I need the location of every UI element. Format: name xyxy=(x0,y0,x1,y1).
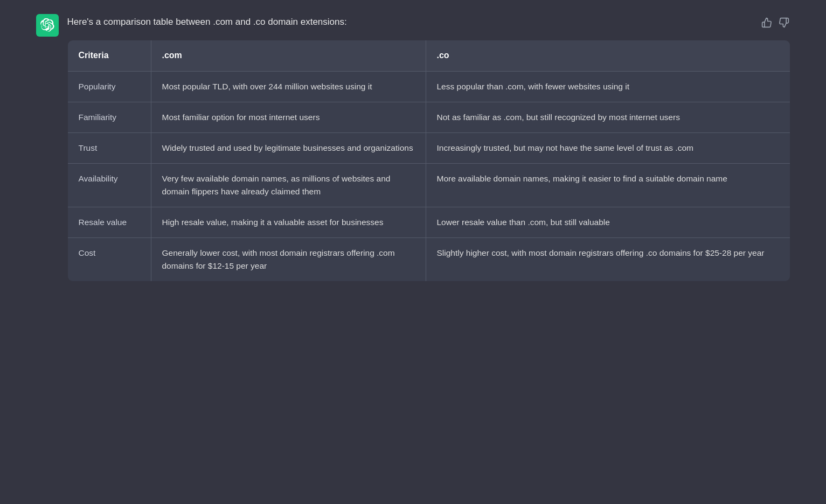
cell-com: Most familiar option for most internet u… xyxy=(151,102,426,132)
table-row: AvailabilityVery few available domain na… xyxy=(67,163,790,207)
cell-com: Most popular TLD, with over 244 million … xyxy=(151,71,426,102)
cell-criteria: Familiarity xyxy=(67,102,151,132)
cell-criteria: Resale value xyxy=(67,207,151,237)
header-com: .com xyxy=(151,40,426,72)
cell-co: Lower resale value than .com, but still … xyxy=(426,207,790,237)
cell-com: High resale value, making it a valuable … xyxy=(151,207,426,237)
table-row: FamiliarityMost familiar option for most… xyxy=(67,102,790,132)
thumbdown-icon xyxy=(779,17,789,28)
table-row: TrustWidely trusted and used by legitima… xyxy=(67,132,790,163)
feedback-buttons xyxy=(760,16,790,29)
thumbs-up-button[interactable] xyxy=(760,16,773,29)
cell-co: More available domain names, making it e… xyxy=(426,163,790,207)
cell-co: Increasingly trusted, but may not have t… xyxy=(426,132,790,163)
header-co: .co xyxy=(426,40,790,72)
chatgpt-avatar xyxy=(36,14,59,37)
cell-co: Not as familiar as .com, but still recog… xyxy=(426,102,790,132)
cell-criteria: Popularity xyxy=(67,71,151,102)
table-row: Resale valueHigh resale value, making it… xyxy=(67,207,790,237)
cell-criteria: Cost xyxy=(67,237,151,281)
cell-co: Less popular than .com, with fewer websi… xyxy=(426,71,790,102)
message-title: Here's a comparison table between .com a… xyxy=(67,15,347,29)
cell-com: Generally lower cost, with most domain r… xyxy=(151,237,426,281)
message-header: Here's a comparison table between .com a… xyxy=(67,15,790,29)
cell-criteria: Availability xyxy=(67,163,151,207)
thumbup-icon xyxy=(761,17,772,28)
chatgpt-logo-icon xyxy=(40,18,54,32)
message-container: Here's a comparison table between .com a… xyxy=(36,13,790,282)
cell-com: Very few available domain names, as mill… xyxy=(151,163,426,207)
cell-co: Slightly higher cost, with most domain r… xyxy=(426,237,790,281)
table-header-row: Criteria .com .co xyxy=(67,40,790,72)
header-criteria: Criteria xyxy=(67,40,151,72)
thumbs-down-button[interactable] xyxy=(778,16,790,29)
cell-criteria: Trust xyxy=(67,132,151,163)
message-body: Here's a comparison table between .com a… xyxy=(67,13,790,282)
table-row: PopularityMost popular TLD, with over 24… xyxy=(67,71,790,102)
table-row: CostGenerally lower cost, with most doma… xyxy=(67,237,790,281)
comparison-table: Criteria .com .co PopularityMost popular… xyxy=(67,40,790,282)
cell-com: Widely trusted and used by legitimate bu… xyxy=(151,132,426,163)
